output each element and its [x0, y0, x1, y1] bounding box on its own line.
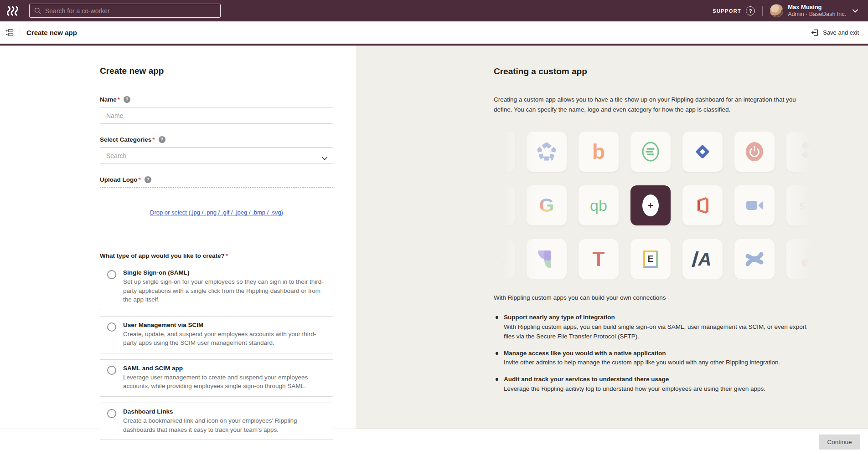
- option-description: Leverage user management to create and s…: [123, 373, 326, 391]
- option-description: Create a bookmarked link and icon on you…: [123, 416, 326, 434]
- dots-logo: [786, 239, 818, 279]
- option-title: Dashboard Links: [123, 408, 326, 415]
- option-single-sign-on-saml[interactable]: Single Sign-on (SAML) Set up single sign…: [100, 264, 333, 310]
- coworker-search[interactable]: [29, 4, 221, 18]
- search-input[interactable]: [45, 7, 216, 15]
- bullet-title: Support nearly any type of integration: [504, 313, 813, 322]
- app-tiles-illustration: 1 b: [494, 132, 818, 279]
- save-and-exit-button[interactable]: Save and exit: [811, 29, 859, 36]
- custom-app-info-panel: Creating a custom app Creating a custom …: [356, 46, 868, 429]
- option-saml-and-scim[interactable]: SAML and SCIM app Leverage user manageme…: [100, 359, 333, 397]
- name-label: Name* ?: [100, 96, 333, 103]
- categories-select[interactable]: [100, 147, 333, 164]
- quickbooks-qb-logo: qb: [579, 185, 619, 225]
- save-and-exit-label: Save and exit: [823, 29, 859, 36]
- page-title: Create new app: [26, 29, 77, 36]
- logo-upload-link[interactable]: Drop or select (.jpg / .png / .gif / .jp…: [150, 209, 283, 216]
- user-role: Admin · BaseDash Inc.: [788, 11, 846, 18]
- bullet-item: Audit and track your services to underst…: [494, 375, 813, 394]
- form-title: Create new app: [100, 66, 333, 76]
- exit-icon: [811, 29, 819, 36]
- categories-label: Select Categories* ?: [100, 136, 333, 143]
- rippling-logo[interactable]: [0, 6, 26, 16]
- cloud-logo: [494, 239, 515, 279]
- user-menu[interactable]: Max Musing Admin · BaseDash Inc.: [788, 4, 846, 18]
- top-nav-bar: SUPPORT ? Max Musing Admin · BaseDash In…: [0, 0, 868, 21]
- radio-button[interactable]: [107, 322, 116, 332]
- name-help-icon[interactable]: ?: [124, 96, 130, 103]
- page-header: Create new app Save and exit: [0, 21, 868, 44]
- chevron-down-icon[interactable]: [852, 9, 858, 13]
- aside-title: Creating a custom app: [494, 66, 813, 77]
- radio-button[interactable]: [107, 270, 116, 279]
- option-dashboard-links[interactable]: Dashboard Links Create a bookmarked link…: [100, 403, 333, 440]
- search-icon: [34, 7, 41, 14]
- jira-diamond-logo: [682, 132, 723, 172]
- radio-button[interactable]: [107, 366, 116, 375]
- ro-text-logo: ro: [494, 185, 515, 225]
- radio-button[interactable]: [107, 409, 116, 418]
- option-title: User Management via SCIM: [123, 322, 326, 328]
- name-input[interactable]: [100, 107, 333, 124]
- bullet-description: Leverage the Rippling acitivty log to un…: [504, 385, 765, 392]
- leaf-logo: [527, 239, 567, 279]
- bullet-item: Support nearly any type of integration W…: [494, 313, 813, 342]
- crossed-ribbons-logo: [734, 239, 775, 279]
- double-diamond-logo: [786, 132, 818, 172]
- create-app-form-panel: Create new app Name* ? Select Categories…: [0, 46, 356, 429]
- framed-e-logo: E: [630, 239, 671, 279]
- lined-oval-logo: [630, 132, 671, 172]
- bullet-description: Invite other admins to help manage the c…: [504, 359, 780, 366]
- bullet-title: Audit and track your services to underst…: [504, 375, 765, 384]
- option-title: Single Sign-on (SAML): [123, 269, 326, 276]
- letter-b-logo: b: [579, 132, 619, 172]
- bullet-dot: [496, 352, 498, 355]
- upload-logo-label: Upload Logo* ?: [100, 176, 333, 183]
- continue-button[interactable]: Continue: [819, 435, 860, 450]
- connections-line: With Rippling custom apps you can build …: [494, 293, 809, 303]
- video-camera-logo: [734, 185, 775, 225]
- bullet-dot: [496, 316, 498, 319]
- custom-app-plus-tile: +: [630, 185, 671, 225]
- help-question-icon[interactable]: ?: [746, 6, 755, 15]
- numeral-1-logo: 1: [494, 132, 515, 172]
- bullet-dot: [496, 378, 498, 381]
- aside-intro: Creating a custom app allows you to have…: [494, 95, 809, 114]
- bullet-title: Manage access like you would with a nati…: [504, 349, 780, 358]
- logo-help-icon[interactable]: ?: [145, 176, 151, 183]
- support-link[interactable]: SUPPORT: [713, 8, 741, 14]
- app-list-icon: [5, 28, 14, 37]
- app-type-question: What type of app would you like to creat…: [100, 252, 333, 259]
- pentagon-ring-logo: [527, 132, 567, 172]
- letter-t-logo: T: [579, 239, 619, 279]
- option-title: SAML and SCIM app: [123, 365, 326, 372]
- power-circle-logo: [734, 132, 775, 172]
- avatar[interactable]: [770, 4, 783, 17]
- categories-help-icon[interactable]: ?: [159, 136, 165, 143]
- rippling-waves-icon: [7, 6, 19, 16]
- option-description: Set up single sign-on for your employees…: [123, 277, 326, 304]
- office-logo: [682, 185, 723, 225]
- option-user-management-scim[interactable]: User Management via SCIM Create, update,…: [100, 316, 333, 353]
- sa-text-logo: sa: [786, 185, 818, 225]
- topbar-divider: [762, 6, 763, 16]
- header-divider: [20, 27, 20, 37]
- user-name: Max Musing: [788, 4, 846, 11]
- bullet-description: With Rippling custom apps, you can build…: [504, 323, 806, 340]
- google-g-logo: G: [527, 185, 567, 225]
- slanted-a-logo: A: [682, 239, 723, 279]
- option-description: Create, update, and suspend your employe…: [123, 330, 326, 348]
- bullet-item: Manage access like you would with a nati…: [494, 349, 813, 368]
- logo-dropzone[interactable]: Drop or select (.jpg / .png / .gif / .jp…: [100, 187, 333, 237]
